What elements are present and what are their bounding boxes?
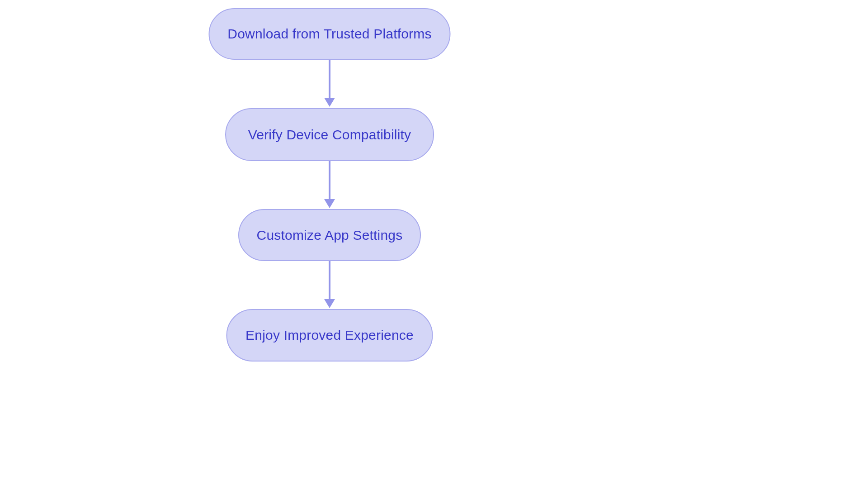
- flow-node-customize: Customize App Settings: [238, 209, 421, 261]
- flow-arrow: [324, 261, 335, 308]
- arrow-shaft: [329, 161, 330, 200]
- arrow-head-icon: [324, 199, 335, 208]
- flowchart-canvas: Download from Trusted Platforms Verify D…: [0, 0, 868, 490]
- arrow-head-icon: [324, 299, 335, 308]
- flow-node-label: Verify Device Compatibility: [248, 127, 411, 143]
- arrow-shaft: [329, 60, 330, 98]
- flow-node-download: Download from Trusted Platforms: [209, 8, 451, 60]
- arrow-head-icon: [324, 98, 335, 107]
- flow-arrow: [324, 60, 335, 107]
- flow-node-label: Enjoy Improved Experience: [245, 328, 414, 343]
- flow-node-label: Customize App Settings: [257, 228, 403, 243]
- flow-node-verify: Verify Device Compatibility: [225, 108, 434, 161]
- flow-node-label: Download from Trusted Platforms: [227, 26, 431, 42]
- flow-node-enjoy: Enjoy Improved Experience: [226, 309, 433, 362]
- arrow-shaft: [329, 261, 330, 300]
- flow-arrow: [324, 161, 335, 208]
